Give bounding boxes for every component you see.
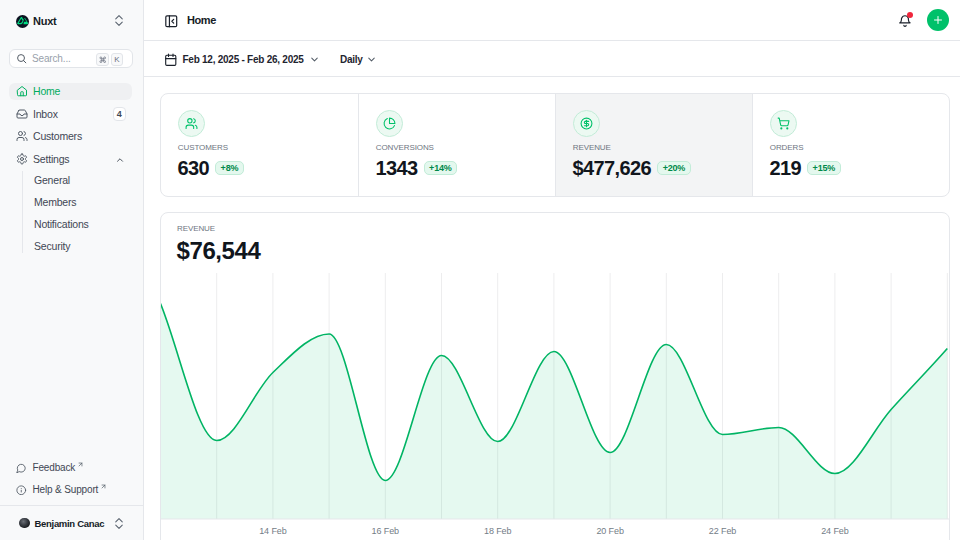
svg-text:22 Feb: 22 Feb [709,525,737,535]
svg-text:14 Feb: 14 Feb [259,525,287,535]
svg-text:20 Feb: 20 Feb [596,525,624,535]
svg-text:18 Feb: 18 Feb [484,525,512,535]
svg-text:24 Feb: 24 Feb [821,525,849,535]
svg-text:16 Feb: 16 Feb [372,525,400,535]
